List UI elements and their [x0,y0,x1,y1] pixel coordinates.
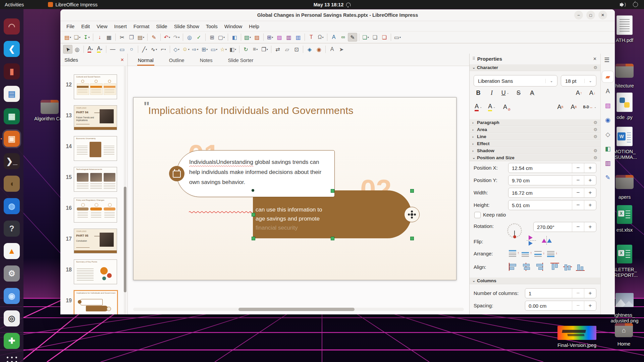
3d-objects-button[interactable]: ◧▾ [228,45,237,54]
align-right-button[interactable] [534,263,544,271]
align-center-button[interactable] [521,263,531,271]
close-button[interactable]: ✕ [598,11,607,19]
dropdown-arrow-icon[interactable]: ⌄ [480,106,482,109]
section-gear-icon[interactable]: ⚙ [593,134,597,139]
sidebar-tab-styles[interactable]: A [602,85,613,97]
slide-properties-button[interactable]: ▭▾ [393,33,402,42]
dropdown-arrow-icon[interactable]: ⌄ [507,92,509,95]
dropdown-arrow-icon[interactable]: ▾ [267,48,268,51]
selection-handle[interactable] [252,237,255,240]
dock-item-libreoffice-impress[interactable]: ▣ [4,131,20,147]
slide-layout-button[interactable]: ❏ [370,33,380,42]
menu-file[interactable]: File [63,22,78,31]
dropdown-arrow-icon[interactable]: ▾ [256,48,258,51]
selection-handle[interactable] [331,189,334,193]
position-x-field[interactable]: 12.54 cm−+ [508,163,596,173]
flip-vertically-button[interactable] [527,235,537,246]
send-to-back-button[interactable]: ↓ [546,249,556,257]
width-decrease-button[interactable]: − [572,188,584,197]
glue-points-button[interactable]: ◉ [314,45,324,54]
titlebar[interactable]: Global Changes in Personal Savings Rates… [60,9,615,21]
dropdown-arrow-icon[interactable]: ▾ [250,36,251,39]
redo-button[interactable]: ↷▾ [172,33,181,42]
section-header-paragraph[interactable]: ›Paragraph⚙ [470,119,600,126]
slide-thumbnail-15[interactable]: Technological Advancements [74,167,117,192]
remove-direct-formatting-button[interactable]: A⊘ [501,103,509,111]
number-of-columns-decrease-button[interactable]: − [572,289,584,298]
line-color-button[interactable]: A▾ [86,45,95,54]
dock-item-browser[interactable]: ◍ [4,198,20,214]
clock-menu[interactable]: May 13 18:12 [282,2,382,7]
dropdown-arrow-icon[interactable]: ▾ [156,48,157,51]
dropdown-arrow-icon[interactable]: ▾ [197,48,198,51]
dropdown-arrow-icon[interactable]: ▾ [272,36,273,39]
dropdown-arrow-icon[interactable]: ⌄ [594,106,596,109]
new-presentation-button[interactable]: ▤▾ [63,33,72,42]
sidebar-tab-navigator[interactable]: ◉ [602,114,613,126]
font-color-button[interactable]: A⌄ [474,103,482,111]
section-header-effect[interactable]: ›Effect [470,140,600,147]
menu-view[interactable]: View [93,22,111,31]
dropdown-arrow-icon[interactable]: ▾ [399,36,401,39]
dock-item-help[interactable]: ? [4,221,20,237]
menu-window[interactable]: Window [221,22,246,31]
insert-line-button[interactable]: — [108,45,117,54]
dropdown-arrow-icon[interactable]: ▾ [178,48,179,51]
special-character-button[interactable]: Ω▾ [316,33,325,42]
duplicate-slide-button[interactable]: ▨ [252,33,262,42]
font-name-dropdown-icon[interactable]: ⌄ [545,79,557,83]
view-tab-normal[interactable]: Normal [137,58,154,66]
sidebar-tab-animation[interactable]: ▥ [602,158,613,169]
bring-to-front-button[interactable]: ↑ [508,249,518,257]
delete-slide-button[interactable]: ❏ [380,33,389,42]
dropdown-arrow-icon[interactable]: ▾ [88,36,90,39]
new-page-button[interactable]: ❏▾ [361,33,370,42]
arrange-button[interactable]: ❐▾ [260,45,269,54]
section-gear-icon[interactable]: ⚙ [593,155,597,160]
dropdown-arrow-icon[interactable]: ▾ [146,48,147,51]
slide-thumbnail-17[interactable]: YOUR LOGOPART 05Conclusion [74,229,117,253]
section-gear-icon[interactable]: ⚙ [593,65,597,70]
character-spacing-button[interactable]: B-D↔⌄ [583,103,596,111]
system-status-menu[interactable] [620,2,638,7]
interaction-button[interactable]: ➤ [337,45,346,54]
menu-insert[interactable]: Insert [111,22,130,31]
increase-font-size-button[interactable]: A↑ [575,88,583,97]
ellipse-button[interactable]: ○ [127,45,136,54]
export-pdf-button[interactable]: ↓ [95,33,104,42]
position-x-increase-button[interactable]: + [584,163,596,173]
sidebar-tab-custom-animation[interactable]: ✎ [602,172,613,183]
dock-item-chromium[interactable]: ◉ [4,288,20,304]
number-of-columns-increase-button[interactable]: + [584,289,596,298]
focused-app-menu[interactable]: LibreOffice Impress [48,2,97,7]
width-field[interactable]: 16.72 cm−+ [508,188,596,198]
basic-shapes-button[interactable]: ◇▾ [172,45,181,54]
find-and-replace-button[interactable]: ◎ [185,33,194,42]
dropdown-arrow-icon[interactable]: ▾ [216,48,217,51]
section-gear-icon[interactable]: ⚙ [593,127,597,132]
selection-handle[interactable] [410,189,414,193]
menu-tools[interactable]: Tools [203,22,221,31]
section-header-line[interactable]: ›Line⚙ [470,133,600,140]
spacing-increase-button[interactable]: + [584,301,596,310]
star-shapes-button[interactable]: ☆▾ [219,45,228,54]
dropdown-arrow-icon[interactable]: ▾ [188,48,190,51]
fontwork-text-button[interactable]: A [327,45,337,54]
dock-item-text-editor[interactable]: ▮ [4,63,20,79]
save-button[interactable]: ↧▾ [82,33,91,42]
dropdown-arrow-icon[interactable]: ▾ [169,36,170,39]
horizontal-scrollbar[interactable] [133,308,464,311]
slide-thumbnail-16[interactable]: Policy and Regulatory Changes [74,198,117,223]
underline-button[interactable]: U⌄ [501,88,509,97]
rotation-field[interactable]: 270.00°−+ [533,222,596,232]
display-grid-button[interactable]: ⊞ [207,33,217,42]
height-increase-button[interactable]: + [584,200,596,210]
strikethrough-button[interactable]: S [515,88,523,97]
cut-button[interactable]: ✂ [117,33,127,42]
align-bottom-button[interactable] [575,263,585,271]
number-of-columns-field[interactable]: 1−+ [525,288,596,298]
slides-panel-scrollbar[interactable] [124,66,126,314]
fontwork-button[interactable]: A [329,33,338,42]
distribute-button[interactable]: ⇄ [273,45,282,54]
sidebar-tab-properties[interactable]: ▰ [602,71,613,82]
